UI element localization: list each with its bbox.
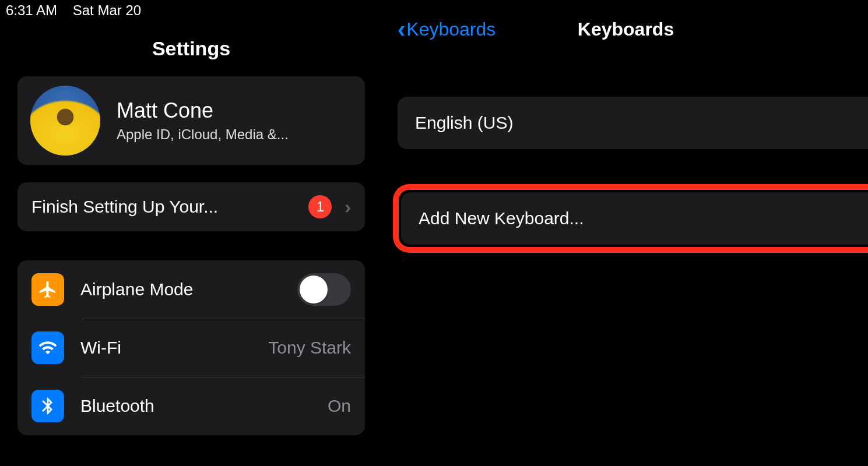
status-bar: 6:31 AM Sat Mar 20 bbox=[0, 0, 382, 23]
profile-text: Matt Cone Apple ID, iCloud, Media &... bbox=[117, 98, 289, 143]
row-label: Wi-Fi bbox=[80, 338, 121, 358]
connectivity-group: Airplane Mode Wi-Fi Tony Stark Bluetooth… bbox=[17, 260, 365, 435]
row-label: Bluetooth bbox=[80, 396, 154, 416]
bluetooth-value: On bbox=[328, 396, 351, 416]
airplane-mode-cell[interactable]: Airplane Mode bbox=[17, 260, 365, 319]
settings-sidebar: 6:31 AM Sat Mar 20 Settings Matt Cone Ap… bbox=[0, 0, 384, 466]
wifi-icon bbox=[31, 331, 64, 364]
status-date: Sat Mar 20 bbox=[73, 2, 141, 18]
chevron-left-icon: ‹ bbox=[398, 17, 405, 41]
wifi-value: Tony Stark bbox=[268, 338, 351, 358]
profile-name: Matt Cone bbox=[117, 98, 289, 123]
badge: 1 bbox=[308, 195, 332, 218]
keyboard-row[interactable]: English (US) bbox=[398, 97, 868, 149]
highlight-annotation: Add New Keyboard... bbox=[393, 184, 868, 253]
row-label: Airplane Mode bbox=[80, 280, 193, 299]
profile-group: Matt Cone Apple ID, iCloud, Media &... bbox=[17, 76, 365, 165]
airplane-mode-toggle[interactable] bbox=[297, 273, 351, 306]
avatar bbox=[30, 86, 100, 156]
profile-subtitle: Apple ID, iCloud, Media &... bbox=[117, 126, 289, 143]
finish-setup-label: Finish Setting Up Your... bbox=[31, 197, 218, 217]
airplane-icon bbox=[31, 273, 64, 306]
bluetooth-cell[interactable]: Bluetooth On bbox=[17, 377, 365, 435]
wifi-cell[interactable]: Wi-Fi Tony Stark bbox=[17, 319, 365, 377]
detail-header: ‹ Keyboards Keyboards bbox=[384, 0, 868, 56]
back-label: Keyboards bbox=[406, 19, 496, 40]
back-button[interactable]: ‹ Keyboards bbox=[398, 17, 496, 41]
page-title: Settings bbox=[0, 23, 382, 76]
status-time: 6:31 AM bbox=[6, 2, 57, 18]
detail-panel: ‹ Keyboards Keyboards English (US) Add N… bbox=[384, 0, 868, 466]
detail-title: Keyboards bbox=[578, 19, 674, 40]
keyboard-list-group: English (US) bbox=[398, 97, 868, 149]
bluetooth-icon bbox=[31, 390, 64, 422]
add-new-keyboard-cell[interactable]: Add New Keyboard... bbox=[401, 192, 868, 245]
toggle-knob bbox=[300, 276, 328, 303]
apple-id-cell[interactable]: Matt Cone Apple ID, iCloud, Media &... bbox=[17, 76, 365, 165]
chevron-right-icon: › bbox=[345, 196, 351, 218]
finish-setup-group: Finish Setting Up Your... 1 › bbox=[17, 182, 365, 231]
finish-setup-cell[interactable]: Finish Setting Up Your... 1 › bbox=[17, 182, 365, 231]
